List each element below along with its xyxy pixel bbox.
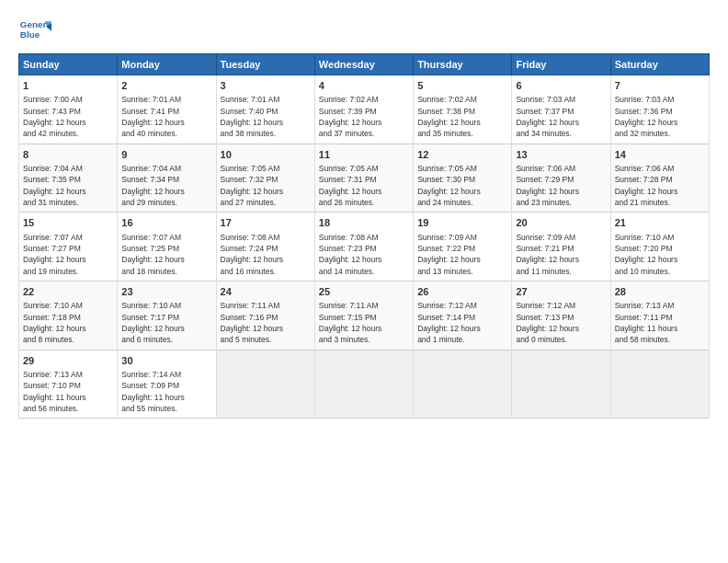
cell-sun-info: Sunrise: 7:10 AMSunset: 7:18 PMDaylight:… (23, 300, 113, 345)
day-number: 23 (121, 285, 211, 299)
cell-sun-info: Sunrise: 7:09 AMSunset: 7:21 PMDaylight:… (516, 232, 606, 277)
calendar-cell: 19Sunrise: 7:09 AMSunset: 7:22 PMDayligh… (414, 213, 512, 282)
day-number: 16 (121, 216, 211, 230)
cell-sun-info: Sunrise: 7:01 AMSunset: 7:41 PMDaylight:… (121, 94, 211, 139)
day-number: 28 (615, 285, 705, 299)
day-number: 10 (221, 148, 311, 162)
calendar-cell: 25Sunrise: 7:11 AMSunset: 7:15 PMDayligh… (314, 281, 413, 350)
day-number: 3 (221, 79, 311, 93)
day-number: 7 (615, 79, 705, 93)
day-number: 2 (121, 79, 211, 93)
calendar-cell: 13Sunrise: 7:06 AMSunset: 7:29 PMDayligh… (512, 144, 610, 213)
cell-sun-info: Sunrise: 7:11 AMSunset: 7:16 PMDaylight:… (221, 300, 311, 345)
calendar-cell: 23Sunrise: 7:10 AMSunset: 7:17 PMDayligh… (118, 281, 216, 350)
calendar-week-row: 29Sunrise: 7:13 AMSunset: 7:10 PMDayligh… (19, 350, 710, 419)
day-number: 22 (23, 285, 113, 299)
calendar-week-row: 1Sunrise: 7:00 AMSunset: 7:43 PMDaylight… (19, 75, 710, 144)
calendar-cell: 30Sunrise: 7:14 AMSunset: 7:09 PMDayligh… (118, 350, 216, 419)
calendar-cell: 3Sunrise: 7:01 AMSunset: 7:40 PMDaylight… (216, 75, 314, 144)
calendar-cell: 17Sunrise: 7:08 AMSunset: 7:24 PMDayligh… (216, 213, 314, 282)
cell-sun-info: Sunrise: 7:01 AMSunset: 7:40 PMDaylight:… (221, 94, 311, 139)
calendar-cell: 29Sunrise: 7:13 AMSunset: 7:10 PMDayligh… (19, 350, 118, 419)
cell-sun-info: Sunrise: 7:07 AMSunset: 7:25 PMDaylight:… (121, 232, 211, 277)
cell-sun-info: Sunrise: 7:05 AMSunset: 7:30 PMDaylight:… (417, 163, 507, 208)
calendar-cell: 9Sunrise: 7:04 AMSunset: 7:34 PMDaylight… (118, 144, 216, 213)
day-number: 24 (221, 285, 311, 299)
cell-sun-info: Sunrise: 7:03 AMSunset: 7:37 PMDaylight:… (516, 94, 606, 139)
day-number: 21 (615, 216, 705, 230)
day-header-wednesday: Wednesday (314, 54, 413, 75)
day-number: 26 (417, 285, 507, 299)
cell-sun-info: Sunrise: 7:03 AMSunset: 7:36 PMDaylight:… (615, 94, 705, 139)
cell-sun-info: Sunrise: 7:11 AMSunset: 7:15 PMDaylight:… (319, 300, 409, 345)
day-number: 30 (121, 354, 211, 368)
calendar-cell (610, 350, 709, 419)
day-number: 20 (516, 216, 606, 230)
day-number: 18 (319, 216, 409, 230)
calendar-cell: 21Sunrise: 7:10 AMSunset: 7:20 PMDayligh… (610, 213, 709, 282)
cell-sun-info: Sunrise: 7:10 AMSunset: 7:20 PMDaylight:… (615, 232, 705, 277)
day-header-friday: Friday (512, 54, 610, 75)
day-number: 17 (221, 216, 311, 230)
calendar-cell: 24Sunrise: 7:11 AMSunset: 7:16 PMDayligh… (216, 281, 314, 350)
calendar-cell: 6Sunrise: 7:03 AMSunset: 7:37 PMDaylight… (512, 75, 610, 144)
cell-sun-info: Sunrise: 7:08 AMSunset: 7:23 PMDaylight:… (319, 232, 409, 277)
day-number: 13 (516, 148, 606, 162)
day-number: 5 (417, 79, 507, 93)
calendar-cell: 18Sunrise: 7:08 AMSunset: 7:23 PMDayligh… (314, 213, 413, 282)
calendar-cell: 11Sunrise: 7:05 AMSunset: 7:31 PMDayligh… (314, 144, 413, 213)
svg-text:Blue: Blue (20, 29, 40, 40)
calendar-header-row: SundayMondayTuesdayWednesdayThursdayFrid… (19, 54, 710, 75)
calendar-cell: 8Sunrise: 7:04 AMSunset: 7:35 PMDaylight… (19, 144, 118, 213)
calendar-cell (314, 350, 413, 419)
calendar-cell: 2Sunrise: 7:01 AMSunset: 7:41 PMDaylight… (118, 75, 216, 144)
calendar-cell: 27Sunrise: 7:12 AMSunset: 7:13 PMDayligh… (512, 281, 610, 350)
cell-sun-info: Sunrise: 7:08 AMSunset: 7:24 PMDaylight:… (221, 232, 311, 277)
day-number: 8 (23, 148, 113, 162)
cell-sun-info: Sunrise: 7:12 AMSunset: 7:14 PMDaylight:… (417, 300, 507, 345)
calendar-cell: 20Sunrise: 7:09 AMSunset: 7:21 PMDayligh… (512, 213, 610, 282)
main-container: General Blue SundayMondayTuesdayWednesda… (0, 0, 728, 428)
calendar-cell: 16Sunrise: 7:07 AMSunset: 7:25 PMDayligh… (118, 213, 216, 282)
calendar-cell: 28Sunrise: 7:13 AMSunset: 7:11 PMDayligh… (610, 281, 709, 350)
day-header-sunday: Sunday (19, 54, 118, 75)
calendar-table: SundayMondayTuesdayWednesdayThursdayFrid… (18, 53, 710, 419)
day-number: 4 (319, 79, 409, 93)
cell-sun-info: Sunrise: 7:02 AMSunset: 7:39 PMDaylight:… (319, 94, 409, 139)
header: General Blue (18, 15, 710, 48)
calendar-cell: 7Sunrise: 7:03 AMSunset: 7:36 PMDaylight… (610, 75, 709, 144)
cell-sun-info: Sunrise: 7:09 AMSunset: 7:22 PMDaylight:… (417, 232, 507, 277)
day-number: 19 (417, 216, 507, 230)
day-header-tuesday: Tuesday (216, 54, 314, 75)
cell-sun-info: Sunrise: 7:13 AMSunset: 7:11 PMDaylight:… (615, 300, 705, 345)
calendar-cell (512, 350, 610, 419)
calendar-cell: 10Sunrise: 7:05 AMSunset: 7:32 PMDayligh… (216, 144, 314, 213)
cell-sun-info: Sunrise: 7:10 AMSunset: 7:17 PMDaylight:… (121, 300, 211, 345)
cell-sun-info: Sunrise: 7:14 AMSunset: 7:09 PMDaylight:… (121, 369, 211, 414)
day-number: 12 (417, 148, 507, 162)
day-number: 29 (23, 354, 113, 368)
calendar-week-row: 15Sunrise: 7:07 AMSunset: 7:27 PMDayligh… (19, 213, 710, 282)
day-number: 11 (319, 148, 409, 162)
calendar-cell: 22Sunrise: 7:10 AMSunset: 7:18 PMDayligh… (19, 281, 118, 350)
calendar-cell: 15Sunrise: 7:07 AMSunset: 7:27 PMDayligh… (19, 213, 118, 282)
day-number: 9 (121, 148, 211, 162)
cell-sun-info: Sunrise: 7:05 AMSunset: 7:31 PMDaylight:… (319, 163, 409, 208)
cell-sun-info: Sunrise: 7:12 AMSunset: 7:13 PMDaylight:… (516, 300, 606, 345)
calendar-cell: 1Sunrise: 7:00 AMSunset: 7:43 PMDaylight… (19, 75, 118, 144)
cell-sun-info: Sunrise: 7:07 AMSunset: 7:27 PMDaylight:… (23, 232, 113, 277)
cell-sun-info: Sunrise: 7:06 AMSunset: 7:29 PMDaylight:… (516, 163, 606, 208)
calendar-cell (216, 350, 314, 419)
cell-sun-info: Sunrise: 7:02 AMSunset: 7:38 PMDaylight:… (417, 94, 507, 139)
day-number: 25 (319, 285, 409, 299)
calendar-week-row: 22Sunrise: 7:10 AMSunset: 7:18 PMDayligh… (19, 281, 710, 350)
day-number: 1 (23, 79, 113, 93)
calendar-cell: 14Sunrise: 7:06 AMSunset: 7:28 PMDayligh… (610, 144, 709, 213)
calendar-cell: 26Sunrise: 7:12 AMSunset: 7:14 PMDayligh… (414, 281, 512, 350)
calendar-cell: 4Sunrise: 7:02 AMSunset: 7:39 PMDaylight… (314, 75, 413, 144)
cell-sun-info: Sunrise: 7:13 AMSunset: 7:10 PMDaylight:… (23, 369, 113, 414)
cell-sun-info: Sunrise: 7:00 AMSunset: 7:43 PMDaylight:… (23, 94, 113, 139)
cell-sun-info: Sunrise: 7:06 AMSunset: 7:28 PMDaylight:… (615, 163, 705, 208)
logo-icon: General Blue (18, 15, 51, 48)
cell-sun-info: Sunrise: 7:04 AMSunset: 7:35 PMDaylight:… (23, 163, 113, 208)
